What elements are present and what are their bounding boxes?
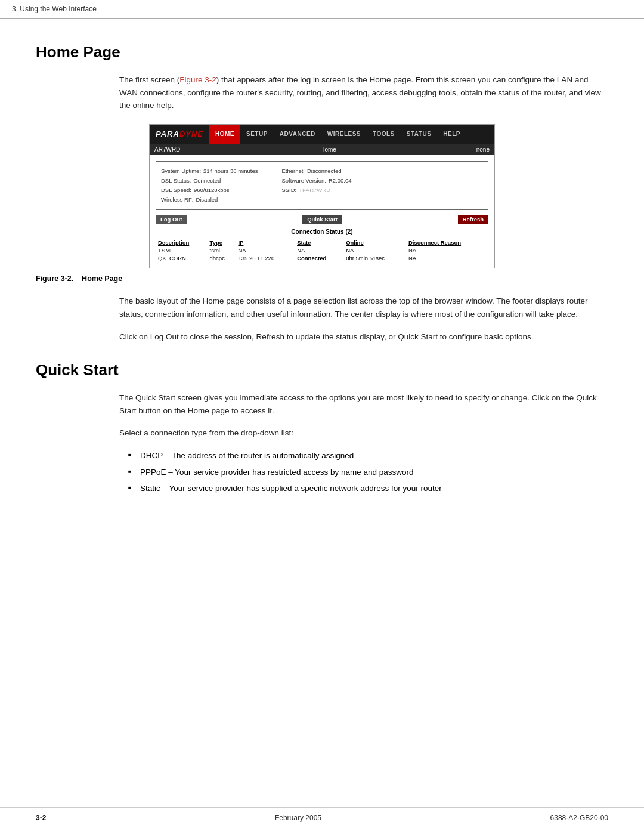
nav-advanced[interactable]: ADVANCED [274,125,321,144]
sw-version-label: Software Version: [281,177,326,184]
refresh-button[interactable]: Refresh [458,215,488,224]
row1-disconnect-reason: NA [406,246,488,254]
main-content: Home Page The first screen (Figure 3-2) … [0,19,644,535]
logo-para: PARA [156,129,179,138]
row2-state: Connected [295,254,343,262]
bullet-list: DHCP – The address of the router is auto… [128,449,608,495]
wireless-rf-label: Wireless RF: [161,196,193,203]
list-item: PPPoE – Your service provider has restri… [128,466,608,479]
title-bar-left: AR7WRD [154,146,180,153]
list-item: DHCP – The address of the router is auto… [128,449,608,462]
home-page-para-3: Click on Log Out to close the session, R… [119,330,608,344]
router-nav: PARADYNE HOME SETUP ADVANCED WIRELESS TO… [150,125,494,144]
nav-items: HOME SETUP ADVANCED WIRELESS TOOLS STATU… [209,125,466,144]
col-description: Description [156,239,208,246]
row2-disconnect-reason: NA [406,254,488,262]
status-left: System Uptime:214 hours 38 minutes DSL S… [161,166,258,205]
home-page-para-1: The first screen (Figure 3-2) that appea… [119,73,608,112]
col-online: Online [343,239,406,246]
breadcrumb: 3. Using the Web Interface [0,0,644,18]
row1-state: NA [295,246,343,254]
quick-start-para-1: The Quick Start screen gives you immedia… [119,391,608,417]
dsl-speed-value: 960/8128kbps [194,187,230,193]
wireless-rf-value: Disabled [196,196,218,203]
connection-status-title: Connection Status (2) [156,228,488,235]
dsl-status-value: Connected [193,177,221,184]
quick-start-heading: Quick Start [36,361,608,379]
row2-online: 0hr 5min 51sec [343,254,406,262]
table-row: QK_CORN dhcpc 135.26.11.220 Connected 0h… [156,254,488,262]
list-item: Static – Your service provider has suppl… [128,482,608,495]
row1-online: NA [343,246,406,254]
nav-status[interactable]: STATUS [401,125,438,144]
col-disconnect-reason: Disconnect Reason [406,239,488,246]
ethernet-label: Ethernet: [281,168,305,174]
status-box: System Uptime:214 hours 38 minutes DSL S… [156,161,488,211]
figure-caption-text: Figure 3-2. Home Page [36,274,122,283]
logo-dyne: DYNE [179,129,203,138]
router-main: System Uptime:214 hours 38 minutes DSL S… [150,155,494,268]
uptime-value: 214 hours 38 minutes [203,168,258,174]
table-row: TSML tsml NA NA NA NA [156,246,488,254]
title-bar-right: none [476,146,490,153]
nav-wireless[interactable]: WIRELESS [321,125,367,144]
uptime-label: System Uptime: [161,168,201,174]
dsl-speed-label: DSL Speed: [161,187,191,193]
row1-description: TSML [156,246,208,254]
quick-start-para-2: Select a connection type from the drop-d… [119,427,608,440]
dsl-status-label: DSL Status: [161,177,191,184]
figure-link[interactable]: Figure 3-2 [179,75,216,84]
row1-type: tsml [208,246,236,254]
col-type: Type [208,239,236,246]
footer-page-number: 3-2 [36,814,46,822]
ethernet-value: Disconnected [307,168,342,174]
router-buttons: Log Out Quick Start Refresh [156,215,488,224]
router-screenshot: PARADYNE HOME SETUP ADVANCED WIRELESS TO… [149,124,495,269]
row2-ip: 135.26.11.220 [236,254,295,262]
home-page-para-2: The basic layout of the Home page consis… [119,295,608,320]
connection-table: Description Type IP State Online Disconn… [156,239,488,262]
router-title-bar: AR7WRD Home none [150,144,494,155]
sw-version-value: R2.00.04 [329,177,352,184]
col-ip: IP [236,239,295,246]
row2-type: dhcpc [208,254,236,262]
page-footer: 3-2 February 2005 6388-A2-GB20-00 [0,807,644,822]
status-right: Ethernet:Disconnected Software Version:R… [281,166,351,205]
connection-status: Connection Status (2) Description Type I… [156,228,488,262]
col-state: State [295,239,343,246]
log-out-button[interactable]: Log Out [156,215,187,224]
nav-setup[interactable]: SETUP [240,125,274,144]
home-page-heading: Home Page [36,43,608,61]
ssid-value: TI-AR7WRD [299,187,330,193]
footer-date: February 2005 [275,814,321,822]
row1-ip: NA [236,246,295,254]
nav-home[interactable]: HOME [209,125,240,144]
row2-description: QK_CORN [156,254,208,262]
quick-start-button[interactable]: Quick Start [302,215,342,224]
router-logo: PARADYNE [150,125,209,144]
footer-doc-id: 6388-A2-GB20-00 [550,814,608,822]
title-bar-center: Home [320,146,336,153]
ssid-label: SSID: [281,187,296,193]
figure-caption: Figure 3-2. Home Page [36,274,608,283]
nav-tools[interactable]: TOOLS [367,125,401,144]
nav-help[interactable]: HELP [437,125,466,144]
